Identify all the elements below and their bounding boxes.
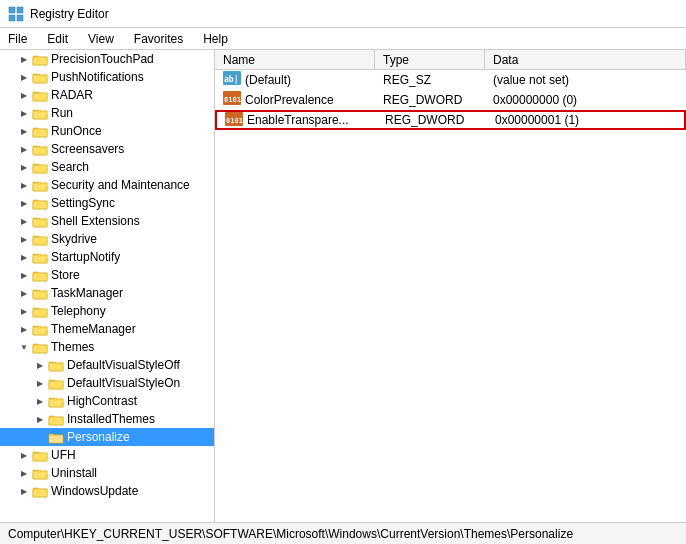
folder-icon — [32, 178, 48, 192]
svg-text:ab|: ab| — [224, 75, 238, 84]
main-content: ▶ PrecisionTouchPad▶ PushNotifications▶ … — [0, 50, 686, 522]
tree-label: PushNotifications — [51, 70, 144, 84]
folder-icon — [32, 286, 48, 300]
registry-type-icon: 0101 — [223, 91, 241, 108]
tree-panel[interactable]: ▶ PrecisionTouchPad▶ PushNotifications▶ … — [0, 50, 215, 522]
svg-rect-0 — [9, 7, 15, 13]
expand-btn[interactable]: ▶ — [16, 321, 32, 337]
folder-icon — [32, 484, 48, 498]
tree-item[interactable]: ▶ RunOnce — [0, 122, 214, 140]
tree-label: DefaultVisualStyleOff — [67, 358, 180, 372]
expand-btn[interactable]: ▶ — [16, 195, 32, 211]
expand-btn[interactable]: ▶ — [16, 285, 32, 301]
expand-btn[interactable]: ▶ — [16, 177, 32, 193]
tree-item[interactable]: ▶ TaskManager — [0, 284, 214, 302]
menu-favorites[interactable]: Favorites — [130, 30, 187, 48]
tree-item[interactable]: ▶ SettingSync — [0, 194, 214, 212]
expand-btn[interactable]: ▶ — [32, 375, 48, 391]
status-bar: Computer\HKEY_CURRENT_USER\SOFTWARE\Micr… — [0, 522, 686, 544]
tree-label: RADAR — [51, 88, 93, 102]
tree-item[interactable]: ▶ PrecisionTouchPad — [0, 50, 214, 68]
expand-btn[interactable]: ▶ — [16, 465, 32, 481]
expand-btn[interactable]: ▶ — [32, 411, 48, 427]
expand-btn[interactable] — [32, 429, 48, 445]
expand-btn[interactable]: ▶ — [16, 231, 32, 247]
tree-item[interactable]: ▶ RADAR — [0, 86, 214, 104]
tree-item[interactable]: ▶ StartupNotify — [0, 248, 214, 266]
right-panel: Name Type Data ab| (Default)REG_SZ(value… — [215, 50, 686, 522]
title-bar: Registry Editor — [0, 0, 686, 28]
tree-item[interactable]: ▶ PushNotifications — [0, 68, 214, 86]
tree-label: InstalledThemes — [67, 412, 155, 426]
tree-item[interactable]: ▶ Run — [0, 104, 214, 122]
tree-item[interactable]: ▶ Search — [0, 158, 214, 176]
tree-item[interactable]: ▶ HighContrast — [0, 392, 214, 410]
tree-item[interactable]: ▶ Telephony — [0, 302, 214, 320]
expand-btn[interactable]: ▶ — [16, 159, 32, 175]
col-header-data: Data — [485, 50, 686, 69]
tree-item[interactable]: ▶ Screensavers — [0, 140, 214, 158]
menu-view[interactable]: View — [84, 30, 118, 48]
expand-btn[interactable]: ▶ — [32, 357, 48, 373]
tree-item[interactable]: ▶ Store — [0, 266, 214, 284]
folder-icon — [48, 430, 64, 444]
col-header-name: Name — [215, 50, 375, 69]
tree-item[interactable]: ▶ Skydrive — [0, 230, 214, 248]
tree-item[interactable]: ▶ Uninstall — [0, 464, 214, 482]
svg-text:0101: 0101 — [226, 117, 243, 125]
registry-value-row[interactable]: 0101 ColorPrevalenceREG_DWORD0x00000000 … — [215, 90, 686, 110]
expand-btn[interactable]: ▶ — [16, 105, 32, 121]
expand-btn[interactable]: ▶ — [16, 141, 32, 157]
expand-btn[interactable]: ▶ — [16, 249, 32, 265]
folder-icon — [32, 196, 48, 210]
tree-item[interactable]: ▶ WindowsUpdate — [0, 482, 214, 500]
app-icon — [8, 6, 24, 22]
registry-value-row[interactable]: 0101 EnableTranspare...REG_DWORD0x000000… — [215, 110, 686, 130]
expand-btn[interactable]: ▶ — [16, 483, 32, 499]
folder-icon — [32, 52, 48, 66]
registry-value-row[interactable]: ab| (Default)REG_SZ(value not set) — [215, 70, 686, 90]
expand-btn[interactable]: ▶ — [16, 303, 32, 319]
tree-item[interactable]: ▶ DefaultVisualStyleOn — [0, 374, 214, 392]
folder-icon — [32, 160, 48, 174]
column-headers: Name Type Data — [215, 50, 686, 70]
svg-rect-2 — [9, 15, 15, 21]
svg-rect-22 — [49, 381, 63, 389]
svg-rect-23 — [49, 399, 63, 407]
title-bar-text: Registry Editor — [30, 7, 109, 21]
expand-btn[interactable]: ▶ — [16, 213, 32, 229]
tree-label: WindowsUpdate — [51, 484, 138, 498]
svg-rect-26 — [33, 453, 47, 461]
svg-rect-27 — [33, 471, 47, 479]
tree-label: TaskManager — [51, 286, 123, 300]
expand-btn[interactable]: ▶ — [16, 123, 32, 139]
menu-edit[interactable]: Edit — [43, 30, 72, 48]
tree-item[interactable]: ▶ Shell Extensions — [0, 212, 214, 230]
values-list[interactable]: ab| (Default)REG_SZ(value not set) 0101 … — [215, 70, 686, 522]
tree-label: ThemeManager — [51, 322, 136, 336]
status-path: Computer\HKEY_CURRENT_USER\SOFTWARE\Micr… — [8, 527, 573, 541]
value-name-cell: 0101 ColorPrevalence — [215, 91, 375, 108]
tree-item[interactable]: ▶ UFH — [0, 446, 214, 464]
tree-item[interactable]: ▶ DefaultVisualStyleOff — [0, 356, 214, 374]
expand-btn[interactable]: ▶ — [16, 267, 32, 283]
menu-help[interactable]: Help — [199, 30, 232, 48]
folder-icon — [32, 88, 48, 102]
tree-label: Store — [51, 268, 80, 282]
expand-btn[interactable]: ▶ — [32, 393, 48, 409]
tree-item[interactable]: ▶ InstalledThemes — [0, 410, 214, 428]
tree-item[interactable]: ▶ ThemeManager — [0, 320, 214, 338]
folder-icon — [32, 340, 48, 354]
expand-btn[interactable]: ▼ — [16, 339, 32, 355]
tree-item[interactable]: ▼ Themes — [0, 338, 214, 356]
folder-icon — [48, 412, 64, 426]
tree-item[interactable]: Personalize — [0, 428, 214, 446]
tree-label: Uninstall — [51, 466, 97, 480]
expand-btn[interactable]: ▶ — [16, 51, 32, 67]
tree-label: Security and Maintenance — [51, 178, 190, 192]
tree-item[interactable]: ▶ Security and Maintenance — [0, 176, 214, 194]
menu-file[interactable]: File — [4, 30, 31, 48]
expand-btn[interactable]: ▶ — [16, 447, 32, 463]
expand-btn[interactable]: ▶ — [16, 87, 32, 103]
expand-btn[interactable]: ▶ — [16, 69, 32, 85]
